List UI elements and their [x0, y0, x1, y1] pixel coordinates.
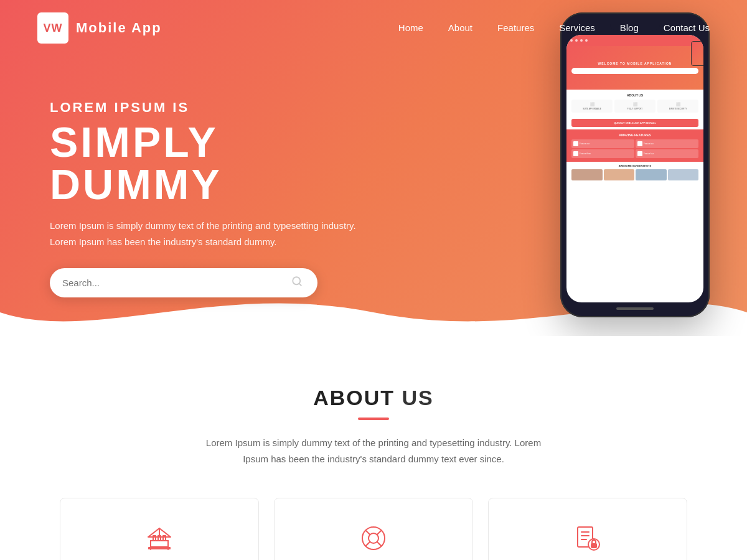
mini-feat-icon-4	[637, 151, 642, 156]
mini-feature-3: Feature three	[571, 149, 634, 158]
mini-screenshots: AWESOME SCREENSHOTS	[566, 162, 703, 183]
mini-feat-icon-1	[573, 141, 578, 146]
building-icon	[79, 523, 240, 553]
mini-about: ABOUT US ⬜ SUITE AFFORDABLE ⬜ FULLY SUPP…	[566, 90, 703, 116]
about-description: Lorem Ipsum is simply dummy text of the …	[199, 435, 548, 467]
search-input[interactable]	[62, 278, 289, 288]
lifebuoy-icon	[293, 523, 454, 553]
mini-feat-icon-3	[573, 151, 578, 156]
nav-about[interactable]: About	[448, 22, 472, 33]
brand-name: Mobile App	[76, 20, 162, 36]
hero-content: Lorem Ipsum Is Simply Dummy Lorem Ipsum …	[0, 62, 374, 297]
svg-line-15	[366, 542, 370, 546]
mini-search	[571, 68, 698, 74]
nav-services[interactable]: Services	[559, 22, 595, 33]
phone-screen: WELCOME TO MOBILE APPLICATION ABOUT US ⬜…	[566, 35, 703, 302]
about-title: ABOUT US	[37, 386, 710, 410]
svg-line-14	[377, 531, 381, 534]
about-card-1: ABOUT US TITLE 1 Lorem Ipsum is simply d…	[60, 498, 259, 560]
mini-card-2: ⬜ FULLY SUPPORT	[614, 100, 655, 113]
hero-subtitle: Lorem Ipsum Is	[50, 100, 374, 116]
search-button[interactable]	[289, 276, 305, 290]
nav-home[interactable]: Home	[398, 22, 423, 33]
section-divider	[358, 418, 389, 420]
svg-rect-3	[151, 541, 168, 547]
nav-links: Home About Features Services Blog Contac…	[398, 22, 710, 34]
nav-contact[interactable]: Contact Us	[664, 22, 710, 33]
mini-features: AMAZING FEATURES Feature one Feature two	[566, 129, 703, 162]
mini-hero-title: WELCOME TO MOBILE APPLICATION	[598, 62, 672, 65]
logo-box: VW	[37, 12, 68, 44]
hero-title: Simply Dummy	[50, 121, 374, 205]
mini-card-3: ⬜ INFINITE SECURITY	[657, 100, 698, 113]
mini-cards: ⬜ SUITE AFFORDABLE ⬜ FULLY SUPPORT ⬜ INF…	[571, 100, 698, 113]
svg-line-1	[299, 283, 301, 285]
nav-blog[interactable]: Blog	[620, 22, 639, 33]
mini-feature-4: Feature four	[636, 149, 698, 158]
navigation: VW Mobile App Home About Features Servic…	[0, 0, 747, 56]
mini-feature-1: Feature one	[571, 139, 634, 148]
mini-ss-3	[636, 169, 667, 180]
mini-ss-2	[604, 169, 635, 180]
mini-feature-2: Feature two	[636, 139, 698, 148]
search-icon	[291, 276, 303, 287]
phone-mockup: WELCOME TO MOBILE APPLICATION ABOUT US ⬜…	[560, 12, 710, 317]
phone-bottom-bar	[616, 307, 654, 310]
nav-features[interactable]: Features	[497, 22, 534, 33]
mini-cta: QUICKLY ONE-CLICK APP INSTALL	[571, 119, 698, 127]
about-cards: ABOUT US TITLE 1 Lorem Ipsum is simply d…	[37, 498, 710, 560]
about-card-3: ABOUT US TITLE 3 Lorem Ipsum is simply d…	[488, 498, 687, 560]
logo-area: VW Mobile App	[37, 12, 162, 44]
document-icon	[507, 523, 668, 553]
mini-feat-icon-2	[637, 141, 642, 146]
mini-ss-1	[571, 169, 603, 180]
mini-ss-4	[668, 169, 699, 180]
mini-ss-row	[571, 169, 698, 180]
svg-line-13	[366, 531, 370, 534]
svg-line-16	[377, 542, 381, 546]
about-section: ABOUT US Lorem Ipsum is simply dummy tex…	[0, 336, 747, 560]
mini-card-1: ⬜ SUITE AFFORDABLE	[571, 100, 613, 113]
search-bar	[50, 268, 317, 297]
hero-description: Lorem Ipsum is simply dummy text of the …	[50, 218, 374, 250]
about-card-2: ABOUT US TITLE 2 Lorem Ipsum is simply d…	[274, 498, 473, 560]
mini-features-grid: Feature one Feature two Feature three	[571, 139, 698, 158]
